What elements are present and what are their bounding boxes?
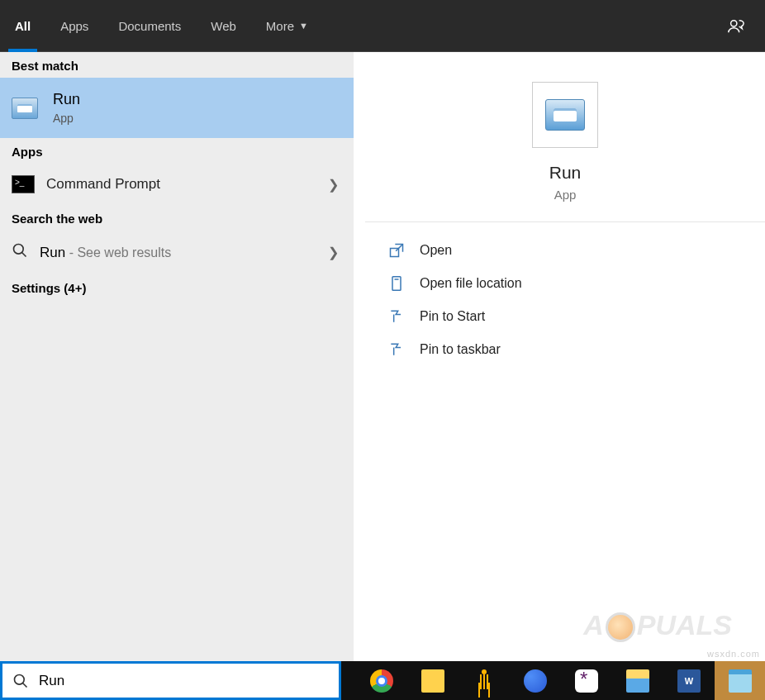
tab-web[interactable]: Web [196,0,251,52]
svg-line-6 [23,683,27,687]
search-icon [12,242,28,263]
open-icon [388,242,405,259]
taskbar-app-chat[interactable] [510,661,561,700]
web-hint: - See web results [65,245,171,260]
action-open-file-location[interactable]: Open file location [385,267,745,300]
search-results-area: Best match Run App Apps Command Prompt ❯… [0,52,765,661]
chevron-right-icon: ❯ [328,245,339,260]
action-open[interactable]: Open [385,234,745,267]
watermark-site: wsxdn.com [707,649,760,659]
svg-point-1 [14,245,24,255]
section-search-web: Search the web [0,205,354,231]
tab-apps[interactable]: Apps [45,0,103,52]
mascot-icon [606,612,635,642]
best-match-subtitle: App [53,112,80,125]
person-icon [476,669,492,693]
pin-icon [388,341,405,358]
action-label: Open [420,243,452,258]
action-label: Pin to Start [420,309,485,324]
svg-point-5 [15,674,25,684]
preview-actions: Open Open file location Pin to Start Pin… [365,222,765,378]
feedback-button[interactable] [727,0,745,52]
watermark-brand: APUALS [583,609,732,642]
preview-app-tile[interactable] [532,82,598,148]
pane-divider [354,52,365,661]
best-match-result[interactable]: Run App [0,78,354,138]
slack-icon [575,669,598,693]
action-pin-to-start[interactable]: Pin to Start [385,300,745,333]
action-pin-to-taskbar[interactable]: Pin to taskbar [385,333,745,366]
chat-icon [524,669,547,693]
taskbar-app-chrome[interactable] [356,661,407,700]
tab-documents[interactable]: Documents [103,0,196,52]
result-command-prompt[interactable]: Command Prompt ❯ [0,164,354,205]
search-icon [12,673,29,689]
taskbar-pinned-apps: W [356,661,715,700]
section-apps: Apps [0,138,354,164]
results-list: Best match Run App Apps Command Prompt ❯… [0,52,354,661]
section-settings: Settings (4+) [0,274,354,300]
taskbar-app-notepad[interactable] [715,661,765,700]
notepad-icon [729,669,752,693]
taskbar: W [0,661,765,700]
pin-icon [388,308,405,325]
svg-rect-4 [392,277,401,291]
web-query: Run [40,245,65,260]
feedback-icon [727,17,745,36]
preview-subtitle: App [554,188,577,202]
file-explorer-icon [626,669,649,693]
taskbar-app-file-explorer[interactable] [612,661,663,700]
chrome-icon [370,669,393,693]
chevron-right-icon: ❯ [328,177,339,193]
command-prompt-icon [12,175,35,193]
word-icon: W [677,669,701,693]
taskbar-search[interactable] [0,661,341,700]
tab-more[interactable]: More ▼ [251,0,323,52]
section-best-match: Best match [0,52,354,78]
chevron-down-icon: ▼ [299,21,308,31]
run-app-icon [12,98,38,119]
preview-header: Run App [365,52,765,222]
action-label: Open file location [420,276,522,291]
taskbar-search-input[interactable] [39,673,339,689]
svg-line-2 [22,253,26,257]
taskbar-app-figure[interactable] [459,661,510,700]
action-label: Pin to taskbar [420,342,501,357]
result-label: Command Prompt [46,176,160,193]
search-filter-tabs: All Apps Documents Web More ▼ [0,0,765,52]
taskbar-app-slack[interactable] [561,661,612,700]
svg-point-0 [731,20,737,26]
tab-more-label: More [266,19,294,33]
folder-location-icon [388,275,405,292]
taskbar-app-word[interactable]: W [663,661,715,700]
preview-pane: Run App Open Open file location Pin to S… [365,52,765,661]
best-match-title: Run [53,91,80,108]
tab-all[interactable]: All [0,0,45,52]
sticky-notes-icon [421,669,444,693]
preview-title: Run [549,163,582,183]
result-web-search[interactable]: Run - See web results ❯ [0,231,354,274]
run-app-icon [545,99,585,131]
taskbar-app-sticky-notes[interactable] [407,661,459,700]
